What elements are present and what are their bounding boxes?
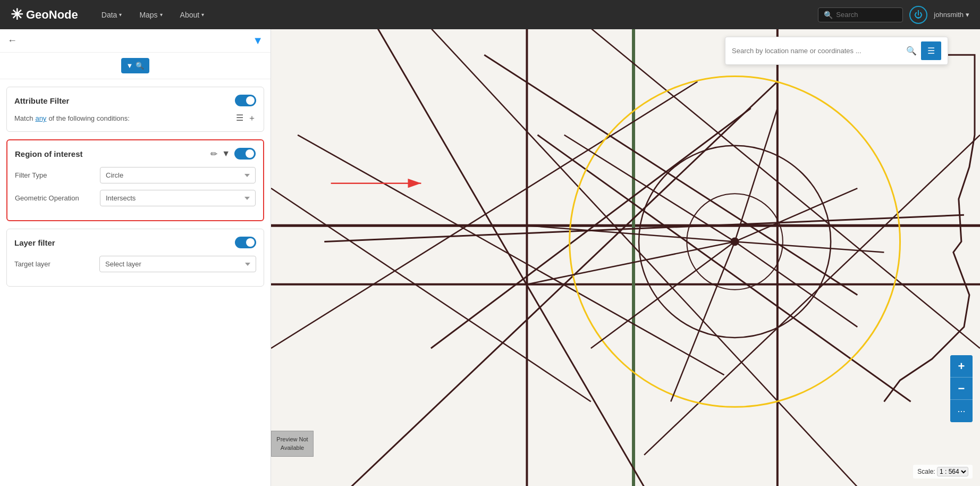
navbar-right: 🔍 ⏻ johnsmith ▾ xyxy=(818,6,969,24)
sidebar-toolbar: ▼ 🔍 xyxy=(0,53,271,79)
target-layer-row: Target layer Select layer xyxy=(14,256,256,272)
geometric-op-label: Geometric Operation xyxy=(15,194,100,202)
scale-label: Scale: xyxy=(917,468,935,475)
filter-icon[interactable]: ▼ xyxy=(252,35,263,47)
user-chevron-icon: ▾ xyxy=(966,11,969,19)
attribute-filter-title: Attribute Filter xyxy=(14,96,69,105)
zoom-in-button[interactable]: + xyxy=(950,355,973,378)
geometric-op-select[interactable]: Intersects Contains Within xyxy=(100,190,256,206)
map-canvas xyxy=(271,29,980,486)
search-icon: 🔍 xyxy=(824,11,833,19)
nav-links: Data ▾ Maps ▾ About ▾ xyxy=(94,6,818,23)
user-menu[interactable]: johnsmith ▾ xyxy=(934,11,969,19)
map-search-input[interactable] xyxy=(732,47,906,55)
roi-header: Region of interest ✏ ▼ xyxy=(15,148,256,160)
edit-icon[interactable]: ✏ xyxy=(210,149,217,159)
match-prefix: Match xyxy=(14,114,33,122)
zoom-out-button[interactable]: − xyxy=(950,378,973,400)
match-text: Match any of the following conditions: xyxy=(14,114,130,122)
attribute-filter-header: Attribute Filter xyxy=(14,95,256,106)
filter-toolbar-button[interactable]: ▼ 🔍 xyxy=(121,58,150,73)
layer-filter-title: Layer filter xyxy=(14,238,55,247)
sidebar: ← ▼ ▼ 🔍 Attribute Filter Match any of th… xyxy=(0,29,271,486)
zoom-more-button[interactable]: ··· xyxy=(950,400,973,422)
layer-filter-header: Layer filter xyxy=(14,237,256,248)
zoom-controls: + − ··· xyxy=(950,355,973,422)
filter-toolbar-icon: ▼ xyxy=(126,62,133,70)
nav-maps[interactable]: Maps ▾ xyxy=(132,6,170,23)
roi-title: Region of interest xyxy=(15,149,83,158)
match-actions: ☰ ＋ xyxy=(236,113,256,124)
preview-text: Preview Not Available xyxy=(276,436,308,450)
match-row: Match any of the following conditions: ☰… xyxy=(14,113,256,124)
chevron-down-icon: ▾ xyxy=(201,12,204,18)
attribute-filter-toggle[interactable] xyxy=(235,95,256,106)
main-area: ← ▼ ▼ 🔍 Attribute Filter Match any of th… xyxy=(0,29,980,486)
target-layer-label: Target layer xyxy=(14,260,99,268)
map-area[interactable]: 🔍 ☰ + − ··· Scale: 1 : 564 Preview Not A… xyxy=(271,29,980,486)
attribute-filter-panel: Attribute Filter Match any of the follow… xyxy=(6,87,264,132)
roi-filter-icon[interactable]: ▼ xyxy=(222,149,230,158)
scale-select[interactable]: 1 : 564 xyxy=(937,467,968,476)
nav-about[interactable]: About ▾ xyxy=(173,6,212,23)
power-button[interactable]: ⏻ xyxy=(909,6,927,24)
map-search-overlay: 🔍 ☰ xyxy=(725,37,948,65)
brand-logo[interactable]: ✳ GeoNode xyxy=(11,6,78,23)
sidebar-top-bar: ← ▼ xyxy=(0,29,271,53)
svg-point-30 xyxy=(731,237,739,246)
filter-type-select[interactable]: Circle Rectangle Polygon xyxy=(100,167,256,183)
match-link[interactable]: any xyxy=(35,114,46,122)
global-search-box[interactable]: 🔍 xyxy=(818,7,903,22)
layer-filter-toggle[interactable] xyxy=(235,237,256,248)
map-menu-button[interactable]: ☰ xyxy=(921,41,941,60)
map-search-icon[interactable]: 🔍 xyxy=(906,46,917,56)
brand-name: GeoNode xyxy=(26,8,78,22)
list-icon[interactable]: ☰ xyxy=(236,113,243,124)
back-button[interactable]: ← xyxy=(7,35,17,46)
global-search-input[interactable] xyxy=(836,11,894,19)
layer-filter-panel: Layer filter Target layer Select layer xyxy=(6,229,264,287)
filter-type-label: Filter Type xyxy=(15,171,100,179)
navbar: ✳ GeoNode Data ▾ Maps ▾ About ▾ 🔍 ⏻ john… xyxy=(0,0,980,29)
roi-toggle[interactable] xyxy=(234,148,256,160)
preview-box: Preview Not Available xyxy=(271,431,314,457)
target-layer-select[interactable]: Select layer xyxy=(99,256,256,272)
region-of-interest-panel: Region of interest ✏ ▼ Filter Type Circl… xyxy=(6,139,264,221)
geometric-op-row: Geometric Operation Intersects Contains … xyxy=(15,190,256,206)
svg-rect-0 xyxy=(271,29,980,486)
chevron-down-icon: ▾ xyxy=(119,12,122,18)
nav-data[interactable]: Data ▾ xyxy=(94,6,130,23)
chevron-down-icon: ▾ xyxy=(160,12,163,18)
match-suffix: of the following conditions: xyxy=(48,114,129,122)
search-toolbar-icon: 🔍 xyxy=(136,62,144,70)
star-icon: ✳ xyxy=(11,6,23,23)
filter-type-row: Filter Type Circle Rectangle Polygon xyxy=(15,167,256,183)
roi-actions: ✏ ▼ xyxy=(210,148,256,160)
scale-bar: Scale: 1 : 564 xyxy=(913,465,973,479)
username-label: johnsmith xyxy=(934,11,964,19)
add-condition-icon[interactable]: ＋ xyxy=(248,113,256,124)
